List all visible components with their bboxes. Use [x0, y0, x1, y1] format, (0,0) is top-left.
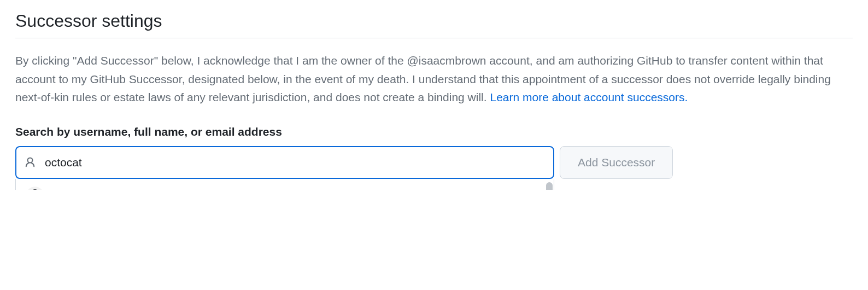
search-row: octocat The Octocat Add Successor	[15, 146, 853, 179]
page-title: Successor settings	[15, 11, 853, 38]
learn-more-link[interactable]: Learn more about account successors.	[490, 91, 688, 103]
search-field-label: Search by username, full name, or email …	[15, 125, 853, 138]
search-box: octocat The Octocat	[15, 146, 554, 179]
avatar	[26, 187, 44, 190]
search-results-dropdown: octocat The Octocat	[15, 179, 554, 190]
result-fullname: The Octocat	[99, 189, 162, 190]
description-text: By clicking "Add Successor" below, I ack…	[15, 54, 831, 103]
scrollbar-thumb[interactable]	[546, 182, 553, 190]
search-input[interactable]	[15, 146, 554, 179]
add-successor-button[interactable]: Add Successor	[560, 146, 673, 179]
successor-description: By clicking "Add Successor" below, I ack…	[15, 51, 853, 107]
result-username: octocat	[54, 189, 95, 190]
search-result-item[interactable]: octocat The Octocat	[16, 179, 554, 190]
person-icon	[24, 156, 36, 169]
